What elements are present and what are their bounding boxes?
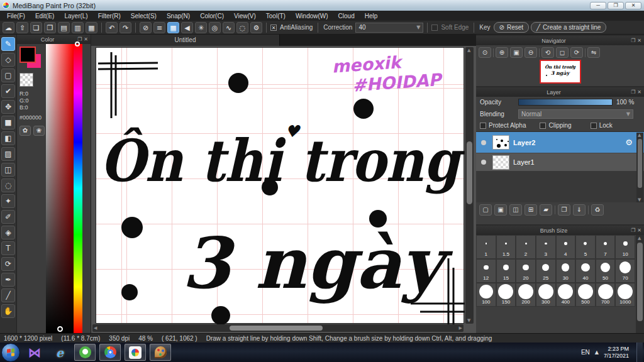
brush-size-cell[interactable]: 20 (516, 259, 536, 283)
fill-tool[interactable]: ■ (1, 116, 15, 129)
brush-size-cell[interactable]: 1.5 (496, 235, 516, 259)
menu-color[interactable]: Color(C) (196, 12, 228, 20)
scroll-right-icon[interactable]: ▶ (459, 326, 462, 331)
duplicate-layer-button[interactable]: ❐ (558, 204, 570, 216)
brush-size-cell[interactable]: 400 (556, 283, 576, 307)
snap-grid-button[interactable]: ▦ (167, 22, 179, 33)
popout-icon[interactable]: ❐ (631, 228, 635, 233)
taskbar-kmplayer-button[interactable]: ⋈ (24, 344, 45, 361)
language-indicator[interactable]: EN (581, 349, 590, 356)
layer-row-layer1[interactable]: Layer1 (476, 153, 644, 171)
horizontal-scrollbar[interactable]: ◀ ▶ (92, 324, 464, 332)
sv-cursor[interactable] (57, 326, 63, 332)
menu-tool[interactable]: Tool(T) (262, 12, 290, 20)
move-tool[interactable]: ✥ (1, 100, 15, 114)
brush-size-cell[interactable]: 150 (496, 283, 516, 307)
menu-window[interactable]: Window(W) (291, 12, 333, 20)
brush-size-cell[interactable]: 4 (556, 235, 576, 259)
opacity-slider[interactable] (518, 99, 613, 106)
popout-icon[interactable]: ❐ (631, 38, 635, 43)
merge-layer-button[interactable]: ⇓ (573, 204, 586, 216)
foreground-color-swatch[interactable] (19, 47, 36, 63)
soft-edge-checkbox[interactable] (431, 25, 438, 31)
brush-size-cell[interactable]: 700 (596, 283, 616, 307)
reset-button[interactable]: ⊘ Reset (494, 22, 530, 33)
taskbar-medibang-button[interactable] (125, 344, 146, 361)
add-layer-menu-button[interactable]: ⊞ (525, 204, 537, 216)
protect-alpha-checkbox[interactable] (480, 123, 486, 129)
visibility-icon[interactable] (481, 140, 486, 145)
zoom-in-button[interactable]: ⊕ (496, 47, 508, 58)
close-icon[interactable]: ✕ (637, 38, 641, 43)
snap-settings-button[interactable]: ⚙ (250, 22, 262, 33)
snap-pen-tool[interactable]: ✔ (1, 84, 15, 98)
frame-tool[interactable]: ▢ (1, 69, 15, 82)
close-icon[interactable]: ✕ (637, 228, 641, 233)
publish-button[interactable]: ⇧ (16, 22, 28, 33)
close-icon[interactable]: ✕ (637, 89, 641, 95)
brush-size-cell[interactable]: 40 (575, 259, 596, 283)
blending-dropdown[interactable]: Normal ▼ (518, 109, 633, 119)
scroll-up-icon[interactable]: ▲ (638, 236, 641, 241)
layer-scroll-thumb[interactable] (638, 139, 642, 188)
brush-size-cell[interactable]: 3 (536, 235, 556, 259)
close-button[interactable]: ✕ (625, 2, 641, 9)
menu-file[interactable]: File(F) (3, 12, 30, 20)
scroll-up-icon[interactable]: ▲ (638, 133, 641, 138)
scroll-down-icon[interactable]: ▼ (467, 318, 470, 323)
scroll-up-icon[interactable]: ▲ (467, 48, 470, 53)
add-layer-button[interactable]: ▢ (479, 204, 492, 216)
redo-button[interactable]: ↷ (119, 22, 131, 33)
undo-button[interactable]: ↶ (106, 22, 118, 33)
menu-help[interactable]: Help (360, 12, 382, 20)
taskbar-coccoc-button[interactable] (74, 344, 96, 361)
reset-rotation-button[interactable]: ◻ (556, 47, 569, 58)
brush-size-cell[interactable]: 70 (615, 259, 635, 283)
palette-edit-button[interactable]: ❀ (33, 126, 45, 136)
brush-size-cell[interactable]: 1000 (615, 283, 635, 307)
taskbar-internet-explorer-button[interactable]: e (49, 344, 70, 361)
vertical-scroll-thumb[interactable] (467, 141, 472, 204)
brush-size-cell[interactable]: 200 (516, 283, 536, 307)
gradient-tool[interactable]: ▨ (1, 147, 15, 161)
snap-ellipse-button[interactable]: ◌ (236, 22, 248, 33)
vertical-scrollbar[interactable]: ▲ ▼ (465, 47, 474, 324)
hue-cursor[interactable] (75, 41, 80, 47)
visibility-icon[interactable] (481, 160, 486, 165)
brush-size-cell[interactable]: 1 (476, 235, 496, 259)
brush-size-cell[interactable]: 2 (516, 235, 536, 259)
operation-tool[interactable]: ⟳ (1, 257, 15, 271)
restore-button[interactable]: ❐ (608, 2, 624, 9)
layer-list-scrollbar[interactable]: ▲ ▼ (636, 133, 643, 202)
document-button[interactable]: ▤ (58, 22, 70, 33)
text-tool[interactable]: T (1, 241, 15, 255)
scroll-left-icon[interactable]: ◀ (94, 326, 97, 331)
menu-filter[interactable]: Filter(R) (94, 12, 125, 20)
brush-scroll-thumb[interactable] (637, 243, 643, 321)
snap-parallel-button[interactable]: ≡ (153, 22, 165, 33)
hue-slider[interactable] (74, 44, 82, 333)
correction-dropdown[interactable]: 40 ▼ (355, 23, 423, 33)
zoom-actual-button[interactable]: ⊙ (479, 47, 491, 58)
material-comment-button[interactable]: ❐ (44, 22, 56, 33)
add-8bit-layer-button[interactable]: ▣ (494, 204, 507, 216)
brush-size-cell[interactable]: 100 (476, 283, 496, 307)
start-button[interactable] (1, 343, 20, 362)
menu-layer[interactable]: Layer(L) (60, 12, 92, 20)
window-layout-button[interactable]: ▦ (86, 22, 97, 33)
taskbar-clock[interactable]: 2:23 PM 7/17/2021 (604, 346, 631, 359)
brush-size-cell[interactable]: 5 (575, 235, 596, 259)
drawing-canvas[interactable]: Ôn thi trong ♥ 3 ngày meoxik #HOIDAP (96, 47, 464, 324)
taskbar-chrome-button[interactable] (99, 344, 121, 361)
saturation-value-picker[interactable] (46, 44, 74, 333)
comment-button[interactable]: ❏ (30, 22, 42, 33)
canvas-tab[interactable]: Untitled (91, 35, 280, 46)
transparent-swatch[interactable] (19, 73, 33, 87)
taskbar-medibang-paint-button[interactable] (150, 344, 171, 361)
popout-icon[interactable]: ❐ (631, 89, 635, 95)
flip-horizontal-button[interactable]: ⇋ (587, 47, 600, 58)
snap-vanishing-button[interactable]: ◀ (181, 22, 193, 33)
horizontal-scroll-thumb[interactable] (230, 326, 323, 331)
snap-off-button[interactable]: ⊘ (140, 22, 152, 33)
create-straight-line-button[interactable]: ╱ Create a straight line (531, 22, 606, 33)
